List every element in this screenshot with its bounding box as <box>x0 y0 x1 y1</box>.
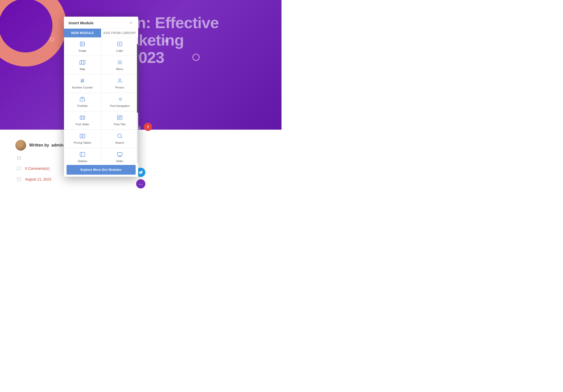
scrollbar-track[interactable] <box>137 38 138 163</box>
dots-label: ··· <box>139 181 143 187</box>
module-label: Sidebar <box>78 160 87 163</box>
post-nav-icon <box>117 96 123 103</box>
explore-modules-button[interactable]: Explore More Divi Modules <box>67 165 136 175</box>
svg-rect-35 <box>80 152 85 157</box>
author-row: Written by admin <box>15 140 63 151</box>
module-grid: ImageLoginMapMenuNumber CounterPersonPor… <box>64 38 138 163</box>
svg-point-5 <box>81 43 82 43</box>
module-label: Image <box>79 49 86 52</box>
module-label: Menu <box>116 68 123 71</box>
calendar-icon <box>15 176 23 183</box>
insert-module-modal: Insert Module × New Module Add From Libr… <box>64 17 138 177</box>
pricing-icon <box>80 133 85 140</box>
hero-title-suffix3: 023 <box>138 49 164 66</box>
modal-close-button[interactable]: × <box>128 20 134 25</box>
module-item-post-slider[interactable]: Post Slider <box>64 111 101 129</box>
svg-rect-24 <box>80 116 85 119</box>
module-label: Number Counter <box>72 86 93 89</box>
more-options-float-button[interactable]: ··· <box>136 179 145 188</box>
module-item-post-title[interactable]: Post Title <box>101 111 138 129</box>
hero-title-suffix2: keting <box>139 31 184 49</box>
module-item-number-counter[interactable]: Number Counter <box>64 74 101 93</box>
menu-icon <box>117 60 123 66</box>
module-label: Slider <box>116 160 123 163</box>
module-item-image[interactable]: Image <box>64 38 101 56</box>
svg-point-39 <box>120 156 120 156</box>
module-label: Post Navigation <box>110 104 129 107</box>
comment-icon <box>15 165 23 172</box>
svg-rect-32 <box>83 134 85 138</box>
admin-name: admin <box>51 143 63 147</box>
tab-new-module[interactable]: New Module <box>64 29 101 37</box>
login-icon <box>117 41 123 48</box>
svg-point-40 <box>121 156 121 156</box>
author-section: Written by admin 0 Comments(s) August 11… <box>15 137 63 183</box>
module-item-post-navigation[interactable]: Post Navigation <box>101 93 138 111</box>
module-label: Post Title <box>114 123 125 126</box>
tab-add-from-library[interactable]: Add From Library <box>101 29 138 37</box>
avatar-image <box>15 140 26 151</box>
module-label: Search <box>115 141 124 144</box>
map-icon <box>80 60 85 66</box>
notification-badge: 7 <box>144 123 152 131</box>
svg-rect-0 <box>17 178 21 181</box>
module-item-search[interactable]: Search <box>101 130 138 148</box>
module-label: Portfolio <box>77 104 88 107</box>
module-item-slider[interactable]: Slider <box>101 148 138 163</box>
author-name: Written by admin <box>29 143 63 148</box>
modal-header: Insert Module × <box>64 17 138 29</box>
hash-icon <box>80 78 85 84</box>
svg-point-33 <box>118 134 122 138</box>
slider-icon <box>117 152 123 158</box>
comments-meta <box>15 154 63 161</box>
module-label: Pricing Tables <box>74 141 91 144</box>
hero-text-block: Maximizinn: Effective Sociaketing Str023 <box>0 14 282 66</box>
modal-tabs: New Module Add From Library <box>64 29 138 38</box>
module-item-pricing-tables[interactable]: Pricing Tables <box>64 130 101 148</box>
svg-point-38 <box>118 156 119 156</box>
module-label: Map <box>80 68 85 71</box>
module-label: Post Slider <box>76 123 89 126</box>
portfolio-icon <box>80 96 85 103</box>
module-item-person[interactable]: Person <box>101 74 138 93</box>
module-label: Login <box>116 49 123 52</box>
module-item-login[interactable]: Login <box>101 38 138 56</box>
svg-line-19 <box>83 79 83 83</box>
dots-icon <box>15 154 23 161</box>
module-item-portfolio[interactable]: Portfolio <box>64 93 101 111</box>
module-item-map[interactable]: Map <box>64 56 101 74</box>
svg-point-20 <box>119 79 121 81</box>
svg-marker-10 <box>80 60 85 65</box>
post-title-icon <box>117 115 123 121</box>
written-by-label: Written by <box>29 143 49 147</box>
module-label: Person <box>115 86 124 89</box>
post-date: August 11, 2023 <box>25 177 51 181</box>
comments-count: 0 Comments(s) <box>25 166 50 171</box>
avatar <box>15 140 26 151</box>
svg-rect-37 <box>117 153 122 156</box>
post-slider-icon <box>80 115 85 121</box>
modal-title: Insert Module <box>69 21 94 25</box>
svg-line-18 <box>82 79 82 83</box>
hero-title-suffix1: n: Effective <box>136 14 219 31</box>
module-item-sidebar[interactable]: Sidebar <box>64 148 101 163</box>
search-icon <box>117 133 123 140</box>
scrollbar-thumb[interactable] <box>137 44 138 113</box>
comments-row: 0 Comments(s) <box>15 165 63 172</box>
image-icon <box>80 41 85 48</box>
date-row: August 11, 2023 <box>15 176 63 183</box>
sidebar-icon <box>80 152 85 158</box>
person-icon <box>117 78 123 84</box>
svg-rect-31 <box>80 134 82 138</box>
module-item-menu[interactable]: Menu <box>101 56 138 74</box>
svg-line-34 <box>121 137 122 138</box>
